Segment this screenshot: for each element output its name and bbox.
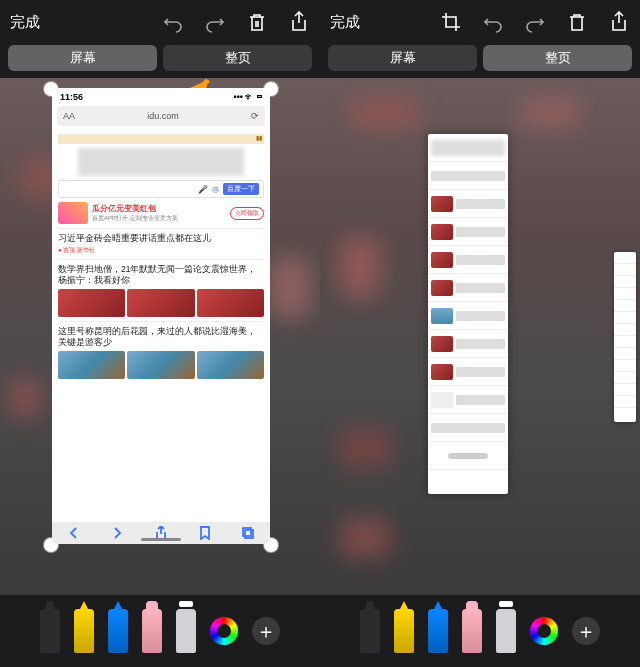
news-item: 习近平金砖会晤重要讲话重点都在这儿 ● 置顶 新华社 — [58, 228, 264, 259]
top-toolbar: 完成 — [0, 0, 320, 44]
undo-icon[interactable] — [482, 11, 504, 33]
redo-icon[interactable] — [524, 11, 546, 33]
forward-icon — [110, 526, 124, 540]
reload-icon: ⟳ — [251, 111, 259, 121]
news-item: 数学界扫地僧，21年默默无闻一篇论文震惊世界，杨振宁：我看好你 — [58, 259, 264, 321]
news-title: 这里号称昆明的后花园，来过的人都说比湿海美，关键是游客少 — [58, 326, 264, 348]
camera-icon: ◎ — [212, 185, 219, 194]
blue-marker-tool[interactable] — [108, 609, 128, 653]
promo-get-button: 立即领取 — [230, 207, 264, 220]
blue-marker-tool[interactable] — [428, 609, 448, 653]
markup-toolbar: ＋ — [320, 595, 640, 667]
promo-banner: 瓜分亿元变美红包 百度APP打开 定制专业变美方案 立即领取 — [58, 202, 264, 224]
segment-fullpage[interactable]: 整页 — [483, 45, 632, 71]
promo-sub: 百度APP打开 定制专业变美方案 — [92, 214, 226, 223]
eraser-tool[interactable] — [496, 609, 516, 653]
color-picker[interactable] — [530, 617, 558, 645]
undo-icon[interactable] — [162, 11, 184, 33]
pink-pencil-tool[interactable] — [142, 609, 162, 653]
segment-control: 屏幕 整页 — [0, 44, 320, 78]
news-sub: ● 置顶 新华社 — [58, 246, 264, 255]
news-thumbs — [58, 351, 264, 379]
redo-icon[interactable] — [204, 11, 226, 33]
home-indicator — [141, 538, 181, 541]
tabs-icon — [241, 526, 255, 540]
browser-url-bar: AA idu.com ⟳ — [57, 106, 265, 126]
fullpage-preview — [428, 134, 508, 494]
top-toolbar: 完成 — [320, 0, 640, 44]
news-title: 数学界扫地僧，21年默默无闻一篇论文震惊世界，杨振宁：我看好你 — [58, 264, 264, 286]
voice-icon: 🎤 — [198, 185, 208, 194]
share-icon[interactable] — [608, 11, 630, 33]
text-size-icon: AA — [63, 111, 75, 121]
crop-icon[interactable] — [440, 11, 462, 33]
color-picker[interactable] — [210, 617, 238, 645]
news-thumbs — [58, 289, 264, 317]
segment-screen[interactable]: 屏幕 — [328, 45, 477, 71]
yellow-marker-tool[interactable] — [74, 609, 94, 653]
scroll-overview[interactable] — [614, 252, 636, 422]
done-button[interactable]: 完成 — [10, 13, 40, 32]
segment-screen[interactable]: 屏幕 — [8, 45, 157, 71]
status-bar: 11:56 ••• ᯤ ▭ — [52, 88, 270, 106]
left-pane: 完成 屏幕 整页 11:56 — [0, 0, 320, 667]
right-pane: 完成 屏幕 整页 — [320, 0, 640, 667]
promo-strip: ▮▮ — [58, 134, 264, 144]
pen-tool[interactable] — [360, 609, 380, 653]
status-indicators: ••• ᯤ ▭ — [234, 92, 262, 102]
add-tool-button[interactable]: ＋ — [252, 617, 280, 645]
share-icon[interactable] — [288, 11, 310, 33]
preview-canvas: 11:56 ••• ᯤ ▭ AA idu.com ⟳ ▮▮ 🎤 ◎ 百度一下 — [0, 78, 320, 595]
screenshot-preview: 11:56 ••• ᯤ ▭ AA idu.com ⟳ ▮▮ 🎤 ◎ 百度一下 — [52, 88, 270, 544]
done-button[interactable]: 完成 — [330, 13, 360, 32]
segment-fullpage[interactable]: 整页 — [163, 45, 312, 71]
trash-icon[interactable] — [246, 11, 268, 33]
status-time: 11:56 — [60, 92, 83, 102]
promo-title: 瓜分亿元变美红包 — [92, 203, 226, 214]
logo-blurred — [78, 148, 244, 176]
segment-control: 屏幕 整页 — [320, 44, 640, 78]
pink-pencil-tool[interactable] — [462, 609, 482, 653]
add-tool-button[interactable]: ＋ — [572, 617, 600, 645]
yellow-marker-tool[interactable] — [394, 609, 414, 653]
url-text: idu.com — [147, 111, 179, 121]
search-button: 百度一下 — [223, 183, 259, 195]
promo-image — [58, 202, 88, 224]
bookmarks-icon — [198, 526, 212, 540]
pen-tool[interactable] — [40, 609, 60, 653]
news-title: 习近平金砖会晤重要讲话重点都在这儿 — [58, 233, 264, 244]
trash-icon[interactable] — [566, 11, 588, 33]
preview-canvas — [320, 78, 640, 595]
search-box: 🎤 ◎ 百度一下 — [58, 180, 264, 198]
eraser-tool[interactable] — [176, 609, 196, 653]
back-icon — [67, 526, 81, 540]
markup-toolbar: ＋ — [0, 595, 320, 667]
news-item: 这里号称昆明的后花园，来过的人都说比湿海美，关键是游客少 — [58, 321, 264, 383]
